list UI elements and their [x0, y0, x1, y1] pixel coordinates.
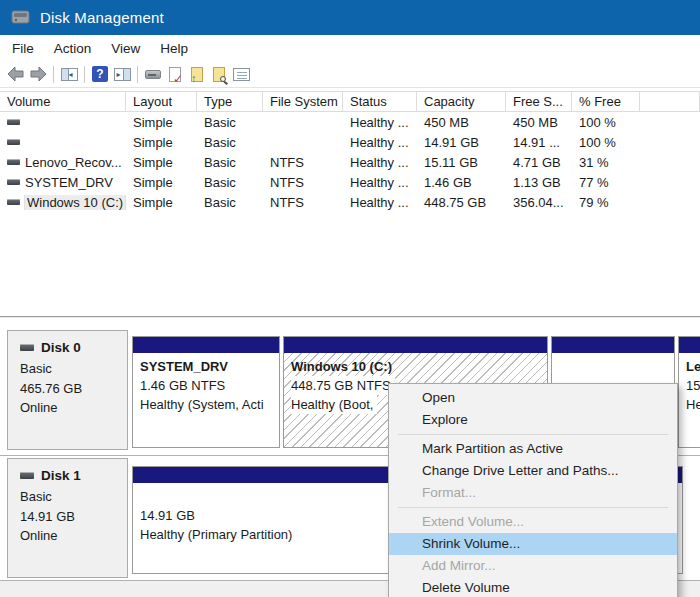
toolbar-separator: [84, 66, 85, 83]
column-header[interactable]: File System: [263, 92, 343, 111]
column-header[interactable]: Volume: [0, 92, 126, 111]
disk0-size: 465.76 GB: [20, 379, 127, 399]
disk1-status: Online: [20, 526, 127, 546]
volume-list: VolumeLayoutTypeFile SystemStatusCapacit…: [0, 91, 700, 212]
context-menu: OpenExploreMark Partition as ActiveChang…: [388, 383, 678, 597]
partition[interactable]: SYSTEM_DRV 1.46 GB NTFS Healthy (System,…: [132, 336, 280, 448]
context-menu-item[interactable]: [398, 507, 668, 508]
column-header[interactable]: Capacity: [417, 92, 506, 111]
volume-pct-free: 100 %: [572, 135, 640, 150]
partition-name: [559, 357, 667, 376]
volume-layout: Simple: [126, 135, 197, 150]
menu-bar-item[interactable]: View: [101, 37, 150, 60]
disk0-kind: Basic: [20, 359, 127, 379]
volume-row[interactable]: SYSTEM_DRV Simple Basic NTFS Healthy ...…: [0, 172, 700, 192]
volume-type: Basic: [197, 115, 263, 130]
volume-type: Basic: [197, 195, 263, 210]
volume-free-space: 356.04...: [506, 195, 572, 210]
context-menu-item[interactable]: Shrink Volume...: [389, 533, 677, 555]
volume-filesystem: NTFS: [263, 155, 343, 170]
partition-color-bar: [679, 337, 700, 353]
column-header[interactable]: Layout: [126, 92, 197, 111]
toolbar: ◂ ? ▸ ✓ ↑: [0, 61, 700, 88]
volume-name: Lenovo_Recov...: [25, 155, 122, 170]
disk1-name: Disk 1: [41, 468, 81, 483]
pane-splitter[interactable]: [0, 316, 700, 318]
column-header[interactable]: % Free: [572, 92, 640, 111]
help-icon[interactable]: ?: [89, 63, 111, 85]
volume-capacity: 14.91 GB: [417, 135, 506, 150]
partition-health: Healthy (System, Acti: [140, 395, 272, 414]
partition[interactable]: Le 15 He: [678, 336, 700, 448]
volume-pct-free: 79 %: [572, 195, 640, 210]
column-header[interactable]: Type: [197, 92, 263, 111]
volume-pct-free: 100 %: [572, 115, 640, 130]
volume-row[interactable]: Simple Basic Healthy ... 14.91 GB 14.91 …: [0, 132, 700, 152]
volume-disk-icon: [7, 179, 20, 185]
partition-name: Le: [686, 357, 700, 376]
window-title: Disk Management: [40, 9, 164, 26]
partition-size: 1.46 GB NTFS: [140, 376, 272, 395]
volume-name: Windows 10 (C:): [25, 195, 125, 210]
device-status-icon[interactable]: [142, 63, 164, 85]
column-header[interactable]: Free S...: [506, 92, 572, 111]
volume-filesystem: NTFS: [263, 195, 343, 210]
volume-row[interactable]: Lenovo_Recov... Simple Basic NTFS Health…: [0, 152, 700, 172]
search-disk-icon[interactable]: [208, 63, 230, 85]
context-menu-item[interactable]: Explore: [389, 409, 677, 431]
volume-layout: Simple: [126, 175, 197, 190]
menu-bar-item[interactable]: Action: [44, 37, 102, 60]
volume-type: Basic: [197, 155, 263, 170]
disk-icon: [20, 344, 34, 351]
volume-status: Healthy ...: [343, 115, 417, 130]
column-header[interactable]: Status: [343, 92, 417, 111]
context-menu-item[interactable]: Change Drive Letter and Paths...: [389, 460, 677, 482]
volume-capacity: 15.11 GB: [417, 155, 506, 170]
volume-type: Basic: [197, 135, 263, 150]
column-header[interactable]: [640, 92, 700, 111]
disk-management-window: Disk Management FileActionViewHelp ◂ ? ▸…: [0, 0, 700, 597]
volume-layout: Simple: [126, 115, 197, 130]
volume-free-space: 1.13 GB: [506, 175, 572, 190]
disk0-label[interactable]: Disk 0 Basic 465.76 GB Online: [7, 330, 128, 450]
volume-name: SYSTEM_DRV: [25, 175, 113, 190]
volume-layout: Simple: [126, 195, 197, 210]
volume-list-header: VolumeLayoutTypeFile SystemStatusCapacit…: [0, 91, 700, 112]
volume-capacity: 1.46 GB: [417, 175, 506, 190]
context-menu-item[interactable]: Open: [389, 387, 677, 409]
context-menu-item[interactable]: Mark Partition as Active: [389, 438, 677, 460]
volume-row[interactable]: Simple Basic Healthy ... 450 MB 450 MB 1…: [0, 112, 700, 132]
volume-filesystem: NTFS: [263, 175, 343, 190]
console-tree-icon[interactable]: ◂: [58, 63, 80, 85]
volume-pct-free: 77 %: [572, 175, 640, 190]
context-menu-item[interactable]: Add Mirror...: [389, 555, 677, 577]
partition-health: Healthy (Boot,: [291, 395, 377, 414]
menu-bar-item[interactable]: File: [2, 37, 44, 60]
partition-name: Windows 10 (C:): [291, 357, 540, 376]
volume-disk-icon: [7, 159, 20, 165]
volume-row[interactable]: Windows 10 (C:) Simple Basic NTFS Health…: [0, 192, 700, 212]
disk1-label[interactable]: Disk 1 Basic 14.91 GB Online: [7, 458, 128, 578]
partition-name: SYSTEM_DRV: [140, 357, 272, 376]
volume-free-space: 450 MB: [506, 115, 572, 130]
forward-icon[interactable]: [27, 63, 49, 85]
volume-type: Basic: [197, 175, 263, 190]
action-pane-icon[interactable]: ▸: [111, 63, 133, 85]
partition-size: 15: [686, 376, 700, 395]
volume-status: Healthy ...: [343, 175, 417, 190]
properties-list-icon[interactable]: [230, 63, 252, 85]
partition-health: He: [686, 395, 700, 414]
check-document-icon[interactable]: ✓: [164, 63, 186, 85]
disk1-size: 14.91 GB: [20, 507, 127, 527]
rescan-disks-icon[interactable]: ↑: [186, 63, 208, 85]
volume-status: Healthy ...: [343, 135, 417, 150]
menu-bar-item[interactable]: Help: [150, 37, 198, 60]
context-menu-item[interactable]: Format...: [389, 482, 677, 504]
back-icon[interactable]: [5, 63, 27, 85]
volume-pct-free: 31 %: [572, 155, 640, 170]
context-menu-item[interactable]: [398, 434, 668, 435]
context-menu-item[interactable]: Extend Volume...: [389, 511, 677, 533]
disk0-status: Online: [20, 398, 127, 418]
volume-disk-icon: [7, 119, 20, 125]
context-menu-item[interactable]: Delete Volume: [389, 577, 677, 597]
